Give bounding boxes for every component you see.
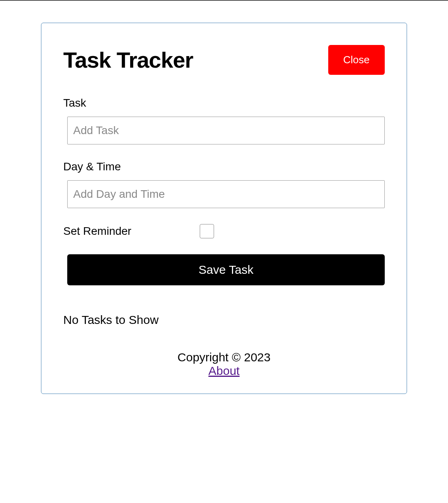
task-label: Task	[63, 97, 385, 109]
save-task-button[interactable]: Save Task	[67, 254, 385, 285]
footer: Copyright © 2023 About	[63, 351, 385, 378]
reminder-checkbox[interactable]	[200, 224, 214, 238]
day-field-group: Day & Time	[63, 160, 385, 208]
day-label: Day & Time	[63, 160, 385, 173]
header: Task Tracker Close	[63, 45, 385, 75]
app-container: Task Tracker Close Task Day & Time Set R…	[41, 23, 407, 394]
about-link[interactable]: About	[208, 364, 240, 377]
task-input[interactable]	[67, 117, 385, 144]
copyright-text: Copyright © 2023	[63, 351, 385, 364]
reminder-label: Set Reminder	[63, 225, 156, 238]
empty-tasks-message: No Tasks to Show	[63, 313, 385, 327]
add-task-form: Task Day & Time Set Reminder Save Task	[63, 97, 385, 285]
page-title: Task Tracker	[63, 47, 193, 73]
day-input[interactable]	[67, 180, 385, 208]
close-button[interactable]: Close	[328, 45, 385, 75]
task-field-group: Task	[63, 97, 385, 144]
reminder-row: Set Reminder	[63, 224, 385, 238]
